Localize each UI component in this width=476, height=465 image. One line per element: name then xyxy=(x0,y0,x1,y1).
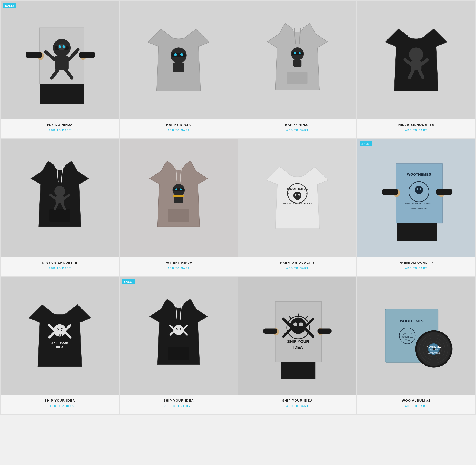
add-to-cart-button[interactable]: ADD TO CART xyxy=(286,267,308,270)
product-card-happy-ninja-tshirt: HAPPY NINJA ADD TO CART xyxy=(120,1,238,138)
sale-badge: SALE! xyxy=(360,141,372,146)
svg-rect-74 xyxy=(436,189,452,195)
product-name: NINJA SILHOUETTE xyxy=(398,123,434,127)
svg-rect-46 xyxy=(168,210,189,222)
product-info: SHIP YOUR IDEA SELECT OPTIONS xyxy=(45,395,75,408)
svg-text:WOOTHEMES: WOOTHEMES xyxy=(400,319,424,323)
product-card-ship-your-idea-hoodie: SALE! SHIP YOUR I xyxy=(120,277,238,414)
svg-rect-6 xyxy=(55,56,69,70)
product-image-woo-album: WOOTHEMES WOOTHEMES QUALITY WORDPRESS QU… xyxy=(357,277,475,395)
product-card-premium-quality-tshirt: WOOTHEMES AMAZING THEME COMPANY PREMIUM … xyxy=(238,139,356,276)
product-image-happy-ninja-tshirt xyxy=(120,1,238,119)
product-info: HAPPY NINJA ADD TO CART xyxy=(285,119,310,132)
svg-point-104 xyxy=(299,322,303,327)
add-to-cart-button[interactable]: ADD TO CART xyxy=(405,129,427,132)
product-name: HAPPY NINJA xyxy=(285,123,310,127)
svg-text:WOOTHEMES: WOOTHEMES xyxy=(407,172,431,177)
svg-point-50 xyxy=(180,188,182,190)
product-card-ninja-silhouette-hoodie: NINJA SILHOUETTE ADD TO CART xyxy=(1,139,119,276)
product-info: NINJA SILHOUETTE ADD TO CART xyxy=(398,119,434,132)
product-card-ship-your-idea-tshirt: SHIP YOUR IDEA SHIP YOUR IDEA SELECT OPT… xyxy=(1,277,119,414)
svg-point-27 xyxy=(299,52,301,54)
add-to-cart-button[interactable]: ADD TO CART xyxy=(49,129,71,132)
svg-point-38 xyxy=(54,186,65,197)
svg-rect-14 xyxy=(79,52,95,58)
svg-rect-23 xyxy=(287,72,307,84)
add-to-cart-button[interactable]: ADD TO CART xyxy=(167,129,190,132)
svg-rect-95 xyxy=(177,332,180,334)
svg-rect-25 xyxy=(292,52,303,55)
add-to-cart-button[interactable]: ADD TO CART xyxy=(49,267,71,270)
svg-rect-15 xyxy=(40,84,84,104)
product-info: HAPPY NINJA ADD TO CART xyxy=(166,119,191,132)
svg-rect-28 xyxy=(294,60,302,67)
product-info: SHIP YOUR IDEA ADD TO CART xyxy=(282,395,313,408)
product-card-patient-ninja: PATIENT NINJA ADD TO CART xyxy=(120,139,238,276)
product-card-premium-quality-poster: SALE! WOOTHEMES AMAZING THEME COMPANY ww… xyxy=(357,139,475,276)
svg-text:TUNES: TUNES xyxy=(404,339,411,341)
sale-badge: SALE! xyxy=(122,279,135,284)
product-info: PREMIUM QUALITY ADD TO CART xyxy=(399,257,434,270)
product-image-ship-your-idea-hoodie: SALE! xyxy=(120,277,238,395)
svg-rect-37 xyxy=(50,210,70,222)
svg-point-49 xyxy=(175,188,177,190)
svg-text:WORDPRESS: WORDPRESS xyxy=(428,352,440,354)
svg-rect-105 xyxy=(296,331,301,334)
svg-text:AMAZING THEME COMPANY: AMAZING THEME COMPANY xyxy=(405,202,433,204)
product-card-woo-album: WOOTHEMES WOOTHEMES QUALITY WORDPRESS QU… xyxy=(357,277,475,414)
svg-rect-75 xyxy=(397,223,437,241)
svg-rect-58 xyxy=(296,198,299,200)
product-image-premium-quality-poster: SALE! WOOTHEMES AMAZING THEME COMPANY ww… xyxy=(357,139,475,257)
product-image-ninja-silhouette-black xyxy=(357,1,475,119)
product-info: WOO ALBUM #1 ADD TO CART xyxy=(402,395,430,408)
product-info: FLYING NINJA ADD TO CART xyxy=(47,119,73,132)
svg-point-26 xyxy=(294,52,296,54)
svg-point-67 xyxy=(420,188,421,190)
add-to-cart-button[interactable]: ADD TO CART xyxy=(405,267,427,270)
select-options-button[interactable]: SELECT OPTIONS xyxy=(46,405,74,408)
svg-point-5 xyxy=(63,45,65,48)
add-to-cart-button[interactable]: ADD TO CART xyxy=(286,129,308,132)
product-info: SHIP YOUR IDEA SELECT OPTIONS xyxy=(163,395,194,408)
svg-text:IDEA: IDEA xyxy=(56,345,63,349)
svg-rect-39 xyxy=(56,196,64,203)
product-image-flying-ninja: SALE! xyxy=(1,1,119,119)
product-info: PREMIUM QUALITY ADD TO CART xyxy=(280,257,315,270)
svg-text:WOOTHEMES: WOOTHEMES xyxy=(287,187,308,190)
add-to-cart-button[interactable]: ADD TO CART xyxy=(286,405,308,408)
add-to-cart-button[interactable]: ADD TO CART xyxy=(405,405,427,408)
product-name: PATIENT NINJA xyxy=(165,261,192,264)
svg-rect-52 xyxy=(173,195,184,197)
svg-rect-68 xyxy=(417,192,421,194)
product-image-ship-your-idea-poster: SHIP YOUR IDEA xyxy=(238,277,356,395)
svg-rect-73 xyxy=(382,189,398,195)
svg-point-18 xyxy=(174,53,177,56)
svg-rect-119 xyxy=(281,362,315,379)
add-to-cart-button[interactable]: ADD TO CART xyxy=(167,267,190,270)
product-info: NINJA SILHOUETTE ADD TO CART xyxy=(42,257,78,270)
svg-text:AMAZING THEME COMPANY: AMAZING THEME COMPANY xyxy=(282,203,313,205)
svg-rect-17 xyxy=(172,53,185,57)
product-info: PATIENT NINJA ADD TO CART xyxy=(165,257,192,270)
product-grid: SALE! xyxy=(0,0,476,415)
svg-point-103 xyxy=(294,322,297,327)
svg-text:SHIP YOUR: SHIP YOUR xyxy=(287,339,309,344)
select-options-button[interactable]: SELECT OPTIONS xyxy=(164,405,193,408)
svg-rect-20 xyxy=(173,63,184,72)
svg-point-56 xyxy=(295,194,296,196)
svg-point-57 xyxy=(298,194,300,196)
svg-rect-117 xyxy=(263,328,277,334)
svg-text:SHIP YOUR: SHIP YOUR xyxy=(51,341,69,344)
svg-text:WOOTHEMES: WOOTHEMES xyxy=(426,346,441,348)
svg-text:WORDPRESS: WORDPRESS xyxy=(402,336,413,338)
svg-point-19 xyxy=(180,53,183,56)
product-card-flying-ninja: SALE! xyxy=(1,1,119,138)
product-name: WOO ALBUM #1 xyxy=(402,399,430,402)
svg-rect-91 xyxy=(168,347,189,360)
product-image-ship-your-idea-tshirt: SHIP YOUR IDEA xyxy=(1,277,119,395)
product-name: NINJA SILHOUETTE xyxy=(42,261,78,264)
product-name: HAPPY NINJA xyxy=(166,123,191,127)
product-card-happy-ninja-hoodie: HAPPY NINJA ADD TO CART xyxy=(238,1,356,138)
svg-point-132 xyxy=(433,348,435,350)
svg-text:www.woothemes.com: www.woothemes.com xyxy=(411,208,427,210)
